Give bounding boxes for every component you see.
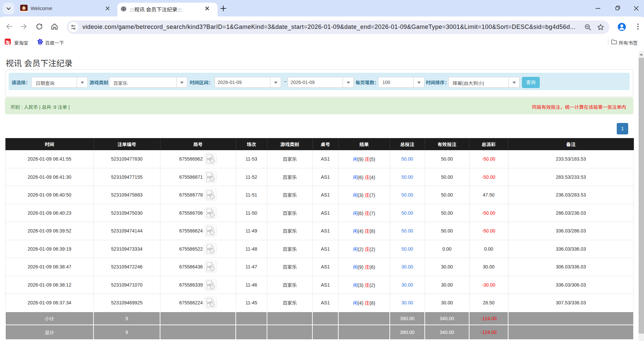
svg-text:du: du: [39, 42, 41, 45]
